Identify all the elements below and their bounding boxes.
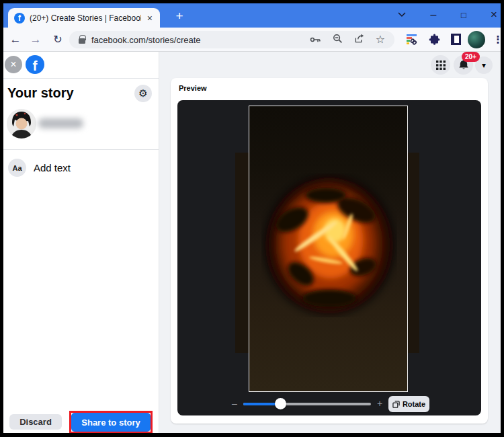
add-text-aa-icon: Aa xyxy=(8,159,26,177)
story-crop-frame[interactable] xyxy=(249,106,408,392)
story-settings-gear-icon[interactable]: ⚙ xyxy=(134,85,152,102)
divider xyxy=(3,149,159,150)
lock-icon xyxy=(79,38,85,44)
close-story-editor-button[interactable]: × xyxy=(5,56,22,73)
zoom-out-minus-button[interactable]: – xyxy=(228,397,241,410)
key-icon[interactable] xyxy=(310,34,321,46)
apps-grid-icon[interactable] xyxy=(431,55,450,75)
reload-button[interactable]: ↻ xyxy=(48,28,67,51)
forward-button[interactable]: → xyxy=(26,28,45,51)
preview-card: Preview xyxy=(171,78,488,424)
add-text-option[interactable]: Aa Add text xyxy=(3,158,159,178)
tab-close-icon[interactable]: × xyxy=(146,13,154,23)
zoom-in-plus-button[interactable]: + xyxy=(374,397,386,410)
share-icon[interactable] xyxy=(354,34,364,46)
story-author-avatar xyxy=(7,109,36,138)
facebook-logo[interactable]: f xyxy=(26,55,44,74)
browser-tab[interactable]: f (20+) Create Stories | Facebook × xyxy=(8,8,160,28)
window-maximize-button[interactable]: □ xyxy=(450,3,477,26)
story-author-row[interactable] xyxy=(3,109,159,139)
fire-rock-image xyxy=(261,173,397,317)
preview-label: Preview xyxy=(179,84,207,92)
tab-title: (20+) Create Stories | Facebook xyxy=(30,13,141,23)
window-close-button[interactable]: × xyxy=(480,3,504,26)
your-story-title: Your story xyxy=(7,85,74,101)
zoom-slider[interactable] xyxy=(243,403,371,405)
url-text[interactable]: facebook.com/stories/create xyxy=(91,35,304,45)
facebook-favicon-icon: f xyxy=(14,13,25,24)
story-author-name-blurred xyxy=(38,118,83,128)
browser-toolbar: ← → ↻ facebook.com/stories/create ☆ xyxy=(3,28,501,52)
rotate-icon xyxy=(392,401,400,408)
back-button[interactable]: ← xyxy=(6,28,25,51)
story-sidebar: × f Your story ⚙ xyxy=(3,52,159,433)
add-text-label: Add text xyxy=(34,162,71,173)
address-bar[interactable]: facebook.com/stories/create ☆ xyxy=(69,31,394,48)
rotate-button[interactable]: Rotate xyxy=(388,396,429,412)
main-area: 20+ ▾ Preview xyxy=(159,52,501,433)
extension-list-link-icon[interactable] xyxy=(403,28,421,51)
divider xyxy=(3,78,159,79)
zoom-out-icon[interactable] xyxy=(333,34,343,46)
red-annotation-box: Share to story xyxy=(69,411,153,433)
window-minimize-button[interactable]: – xyxy=(420,3,447,26)
bookmark-star-icon[interactable]: ☆ xyxy=(376,34,385,45)
browser-profile-avatar[interactable] xyxy=(468,31,485,48)
window-chevron-icon[interactable] xyxy=(388,3,415,26)
notification-count-badge: 20+ xyxy=(462,52,480,62)
new-tab-button[interactable]: + xyxy=(171,7,188,25)
share-to-story-button[interactable]: Share to story xyxy=(71,413,151,432)
rotate-label: Rotate xyxy=(403,400,425,408)
facebook-create-story-page: × f Your story ⚙ xyxy=(3,52,501,433)
preview-canvas: – + Rotate xyxy=(177,100,481,415)
browser-menu-icon[interactable]: ⋮ xyxy=(489,28,504,51)
discard-button[interactable]: Discard xyxy=(9,414,62,430)
zoom-slider-thumb[interactable] xyxy=(275,398,286,409)
extensions-puzzle-icon[interactable] xyxy=(425,28,444,51)
browser-window: f (20+) Create Stories | Facebook × + – … xyxy=(0,0,504,437)
sidebar-extension-icon[interactable] xyxy=(446,28,465,51)
tab-bar: f (20+) Create Stories | Facebook × + – … xyxy=(3,3,501,28)
